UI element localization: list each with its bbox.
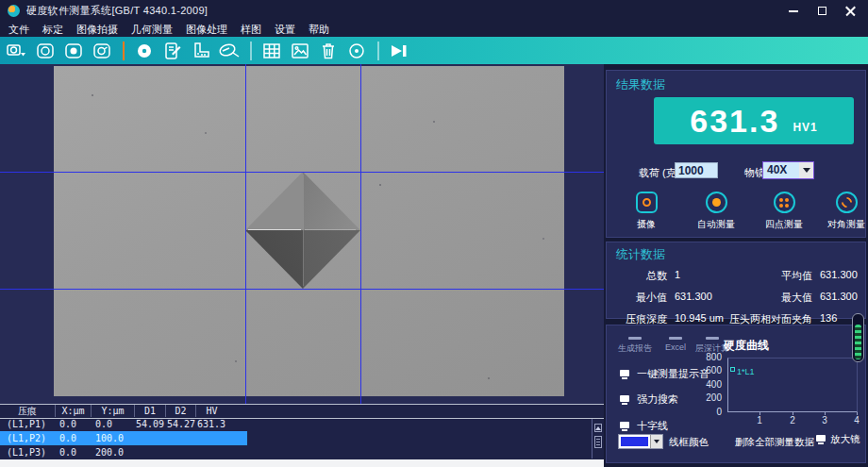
menu-geometry-measure[interactable]: 几何测量 (125, 23, 179, 37)
tools-section: 生成报告 Excel 层深计算 硬度曲线 800 600 400 200 0 1… (606, 325, 866, 463)
ruler-icon[interactable] (189, 40, 213, 62)
titlebar: 硬度软件测量系统[GB/T 4340.1-2009] (0, 0, 868, 22)
table-icon[interactable] (259, 40, 284, 62)
menu-image-processing[interactable]: 图像处理 (179, 23, 234, 37)
point-marker-icon[interactable] (132, 40, 157, 62)
scrollbar-thumb[interactable] (594, 436, 602, 448)
cell-x: 0.0 (55, 445, 91, 459)
level-indicator[interactable] (852, 313, 864, 362)
measure-line-vertical-right[interactable] (360, 64, 361, 404)
window-bottom-edge (0, 459, 604, 467)
col-d2: D2 (165, 405, 195, 417)
play-to-end-icon[interactable] (387, 40, 411, 62)
cell-indent: (L1,P2) (0, 431, 55, 445)
statistics-header: 统计数据 (607, 242, 865, 263)
menu-help[interactable]: 帮助 (302, 23, 336, 37)
x-tick: 2 (787, 415, 798, 425)
camera-mode-icon (636, 192, 658, 213)
level-indicator-bars (855, 325, 861, 359)
data-point-marker (730, 367, 735, 372)
hardness-result-display: 631.3 HV1 (654, 97, 854, 144)
stat-total-value: 1 (667, 269, 722, 283)
scroll-up-icon[interactable] (594, 424, 602, 432)
auto-measure-button[interactable]: 自动测量 (686, 192, 746, 231)
cell-d1: 54.09 (134, 417, 165, 431)
toolbar (0, 37, 868, 64)
beep-toggle[interactable]: 一键测量提示音 (620, 367, 709, 381)
objective-value: 40X (763, 162, 799, 178)
four-point-label: 四点测量 (765, 218, 803, 231)
excel-export-button[interactable]: Excel (659, 337, 692, 352)
data-point-label: 1*L1 (737, 367, 755, 376)
x-tick: 4 (851, 415, 862, 425)
camera-button-label: 摄像 (637, 218, 656, 231)
col-y: Y:μm (91, 405, 134, 417)
chevron-down-icon[interactable] (799, 162, 813, 178)
camera-button[interactable]: 摄像 (616, 192, 676, 231)
col-hv: HV (195, 405, 227, 417)
result-section: 结果数据 631.3 HV1 载荷 (克): 物镜: 40X 摄像 自动测量 (606, 70, 866, 238)
cell-hv: 631.3 (195, 417, 227, 431)
chevron-down-icon[interactable] (650, 435, 662, 448)
x-tick: 3 (819, 415, 830, 425)
col-d1: D1 (134, 405, 165, 417)
table-row[interactable]: (L1,P1) 0.0 0.0 54.09 54.27 631.3 (0, 417, 247, 431)
generate-report-button[interactable]: 生成报告 (612, 337, 658, 355)
menu-image-capture[interactable]: 图像拍摄 (70, 23, 125, 37)
image-icon[interactable] (288, 40, 312, 62)
checkbox-monitor-icon (620, 395, 629, 405)
cell-hv (195, 445, 227, 459)
menu-calibration[interactable]: 标定 (36, 23, 70, 37)
line-color-select[interactable] (618, 434, 663, 449)
restore-button[interactable] (808, 0, 836, 22)
cell-d2: 54.27 (165, 417, 195, 431)
specimen-speckles (92, 94, 93, 96)
measure-line-vertical-left[interactable] (245, 64, 246, 404)
delete-all-data-button[interactable]: 删除全部测量数据 (735, 436, 814, 449)
diagonal-measure-icon (836, 192, 858, 213)
record-icon[interactable] (344, 40, 369, 62)
hardness-unit: HV1 (793, 121, 817, 134)
line-color-label: 线框颜色 (669, 436, 709, 449)
table-row-selected[interactable]: (L1,P2) 0.0 100.0 (0, 431, 247, 445)
depth-calc-icon (706, 337, 719, 340)
checkbox-monitor-icon (620, 422, 629, 431)
camera-live-icon[interactable] (90, 40, 114, 62)
trash-icon[interactable] (316, 40, 341, 62)
crosshair-toggle-label: 十字线 (637, 419, 668, 433)
edit-note-icon[interactable] (160, 40, 185, 62)
close-button[interactable] (836, 0, 864, 22)
auto-measure-label: 自动测量 (697, 218, 735, 231)
menu-settings[interactable]: 设置 (268, 23, 302, 37)
measure-line-horizontal-top[interactable] (0, 172, 604, 173)
cell-d2 (165, 445, 195, 459)
close-icon (845, 6, 856, 16)
lens-measure-icon[interactable] (217, 40, 242, 62)
crosshair-toggle[interactable]: 十字线 (620, 419, 668, 433)
strong-search-label: 强力搜索 (637, 392, 678, 407)
load-input[interactable] (675, 162, 718, 178)
right-panel: 结果数据 631.3 HV1 载荷 (克): 物镜: 40X 摄像 自动测量 (604, 64, 868, 467)
camera-lens-icon[interactable] (33, 40, 58, 62)
menu-sample[interactable]: 样图 (234, 23, 268, 37)
diagonal-measure-button[interactable]: 对角测量 (816, 192, 868, 231)
minimize-button[interactable] (779, 0, 808, 22)
stat-average-value: 631.300 (812, 269, 858, 283)
col-x: X:μm (55, 405, 91, 417)
objective-select[interactable]: 40X (762, 161, 814, 179)
microscope-view[interactable] (0, 64, 604, 404)
menu-file[interactable]: 文件 (2, 23, 36, 37)
camera-shot-icon[interactable] (61, 40, 86, 62)
indent-ridge (305, 229, 356, 230)
capture-dropdown-icon[interactable] (5, 40, 29, 62)
four-point-measure-button[interactable]: 四点测量 (754, 192, 814, 231)
cell-hv (195, 431, 227, 445)
magnifier-toggle[interactable]: 放大镜 (816, 433, 860, 446)
stat-max-value: 631.300 (812, 291, 858, 305)
table-scrollbar[interactable] (592, 419, 603, 459)
y-tick: 200 (695, 392, 722, 403)
menubar: 文件 标定 图像拍摄 几何测量 图像处理 样图 设置 帮助 (0, 22, 868, 37)
table-row[interactable]: (L1,P3) 0.0 200.0 (0, 445, 247, 459)
strong-search-toggle[interactable]: 强力搜索 (620, 392, 678, 407)
measure-line-horizontal-bottom[interactable] (0, 289, 604, 290)
